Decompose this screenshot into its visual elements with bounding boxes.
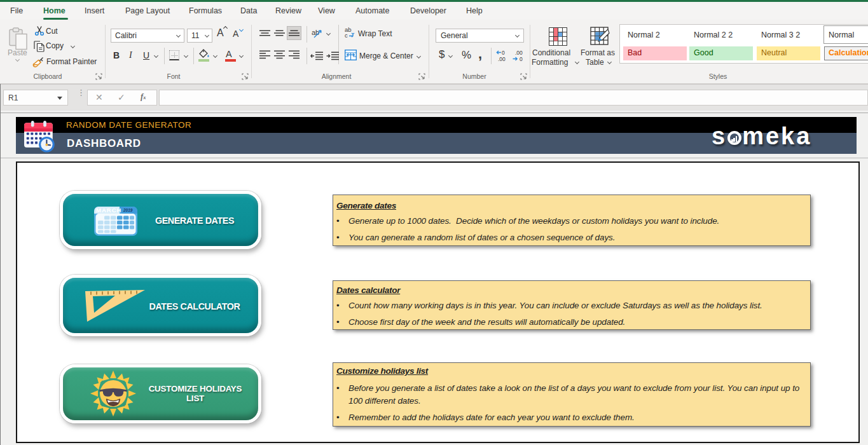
svg-text:0: 0 bbox=[502, 50, 505, 56]
svg-text:.00: .00 bbox=[498, 56, 506, 62]
svg-text:ab: ab bbox=[312, 29, 319, 36]
svg-text:2019: 2019 bbox=[123, 208, 133, 212]
svg-text:c: c bbox=[345, 32, 348, 39]
svg-text:.00: .00 bbox=[515, 50, 523, 56]
svg-text:0: 0 bbox=[520, 56, 523, 62]
svg-text:MARCH: MARCH bbox=[96, 207, 121, 214]
